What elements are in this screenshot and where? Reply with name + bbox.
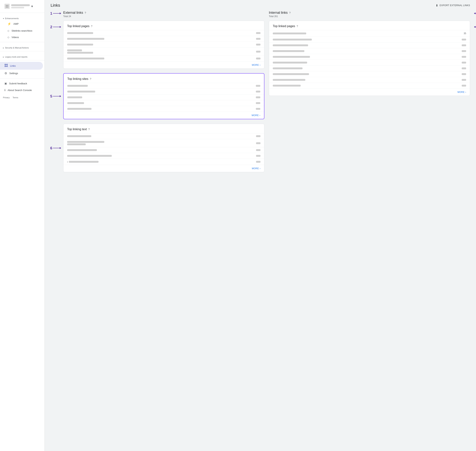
blurred-count	[256, 51, 260, 53]
table-row	[269, 54, 470, 60]
terms-link[interactable]: Terms	[13, 96, 18, 99]
ext-top-linked-wrapper: 2 Top linked pages ?	[63, 21, 264, 69]
sidebar-item-links[interactable]: Links	[0, 62, 43, 70]
table-row	[64, 83, 264, 89]
security-label: Security & Manual Actions	[5, 47, 29, 49]
blurred-url	[273, 79, 305, 81]
top-linking-text-more[interactable]: MORE ›	[63, 165, 264, 172]
blurred-count	[256, 44, 260, 45]
top-linking-sites-wrapper: 5 Top linking sites ?	[63, 73, 264, 119]
site-selector-chevron: ▾	[31, 4, 33, 8]
sidebar-item-sitelinks[interactable]: ◇ Sitelinks searchbox	[0, 27, 43, 34]
table-row: 35	[269, 30, 470, 37]
links-label: Links	[10, 64, 16, 67]
annotation-6: 6	[50, 146, 61, 150]
enhancements-chevron: ▾	[3, 18, 4, 19]
top-linking-text-help[interactable]: ?	[88, 128, 90, 131]
blurred-count	[256, 155, 260, 157]
internal-header-area: 3 Internal links ? Total 261	[269, 11, 470, 19]
blurred-count	[256, 58, 260, 59]
int-top-linked-more-label: MORE	[458, 91, 465, 94]
security-section[interactable]: ▸ Security & Manual Actions	[0, 44, 45, 50]
top-linking-text-more-label: MORE	[252, 167, 259, 170]
site-selector-icon	[5, 4, 10, 9]
section-headers-row: 1 External links ? Total 24	[63, 11, 470, 19]
more-chevron-icon-3: ›	[260, 167, 261, 170]
sidebar-item-videos[interactable]: ◇ Videos	[0, 34, 43, 40]
blurred-text	[67, 135, 91, 137]
int-top-linked-more[interactable]: MORE ›	[269, 88, 470, 96]
blurred-text	[67, 149, 97, 151]
settings-label: Settings	[9, 72, 18, 75]
svg-rect-0	[6, 5, 7, 6]
table-row	[269, 65, 470, 71]
page-title: Links	[51, 3, 60, 8]
blurred-url-1	[67, 141, 104, 143]
sidebar-item-settings[interactable]: ⚙ Settings	[0, 70, 43, 77]
videos-icon: ◇	[7, 36, 9, 39]
links-icon	[5, 64, 8, 68]
table-row	[63, 36, 264, 42]
security-chevron: ▸	[3, 47, 4, 49]
content-relative-wrapper: 1 External links ? Total 24	[63, 11, 470, 172]
site-sub-blurred	[11, 7, 24, 8]
blurred-count	[462, 56, 466, 58]
sitelinks-icon: ◇	[7, 29, 9, 32]
table-row	[269, 77, 470, 83]
blurred-url	[273, 39, 312, 40]
full-content: 1 External links ? Total 24	[45, 11, 476, 178]
ext-top-linked-more[interactable]: MORE ›	[63, 61, 264, 69]
top-linking-text-title: Top linking text	[67, 128, 87, 131]
table-row	[63, 56, 264, 61]
blurred-count	[462, 62, 466, 63]
blurred-url	[273, 85, 301, 87]
sidebar-item-amp[interactable]: ⚡ AMP	[0, 20, 43, 27]
blurred-count	[256, 108, 260, 110]
external-title: External links ?	[63, 11, 264, 15]
int-top-linked-help[interactable]: ?	[296, 25, 298, 28]
blurred-text	[69, 161, 99, 163]
main-header: Links ⬇ EXPORT EXTERNAL LINKS	[45, 0, 476, 11]
external-title-text: External links	[63, 11, 83, 15]
site-info	[11, 4, 30, 8]
blurred-url	[67, 85, 88, 87]
internal-help-icon[interactable]: ?	[289, 11, 291, 14]
sidebar-item-feedback[interactable]: ▣ Submit feedback	[0, 80, 43, 87]
right-column: 4 Top linked pages ?	[269, 21, 470, 172]
blurred-url	[67, 38, 104, 40]
main-content-area: Links ⬇ EXPORT EXTERNAL LINKS 1	[45, 0, 476, 451]
svg-point-4	[5, 64, 6, 65]
top-linking-sites-more[interactable]: MORE ›	[64, 112, 264, 119]
export-button[interactable]: ⬇ EXPORT EXTERNAL LINKS	[436, 4, 470, 7]
sidebar-item-about[interactable]: ℹ About Search Console	[0, 87, 43, 94]
table-row	[269, 37, 470, 42]
sidebar-top: ▾	[0, 0, 45, 13]
table-row: ε	[63, 159, 264, 165]
blurred-count	[462, 44, 466, 46]
enhancements-section[interactable]: ▾ Enhancements	[0, 14, 45, 20]
blurred-count	[462, 79, 466, 81]
external-section-header: External links ? Total 24	[63, 11, 264, 18]
top-linking-sites-help[interactable]: ?	[90, 77, 91, 81]
table-row	[269, 60, 470, 65]
blurred-count	[256, 149, 260, 151]
blurred-url	[273, 56, 310, 58]
ext-top-linked-help[interactable]: ?	[91, 25, 92, 28]
external-help-icon[interactable]: ?	[85, 11, 86, 14]
top-linking-sites-header: Top linking sites ?	[64, 74, 264, 83]
sidebar: ▾ ▾ Enhancements ⚡ AMP ◇ Sitelinks searc…	[0, 0, 45, 451]
blurred-url	[67, 108, 91, 110]
feedback-label: Submit feedback	[9, 82, 27, 85]
blurred-count	[256, 102, 260, 104]
blurred-count	[462, 39, 466, 40]
sidebar-nav: ▾ Enhancements ⚡ AMP ◇ Sitelinks searchb…	[0, 13, 45, 95]
site-url-blurred	[11, 4, 30, 6]
top-linking-text-header: Top linking text ?	[63, 124, 264, 133]
ext-top-linked-header: Top linked pages ?	[63, 21, 264, 30]
table-row	[63, 133, 264, 139]
site-selector[interactable]: ▾	[3, 2, 41, 10]
ann-num-2: 2	[50, 25, 52, 29]
blurred-url	[273, 50, 304, 52]
legacy-section[interactable]: ▸ Legacy tools and reports	[0, 53, 45, 59]
privacy-link[interactable]: Privacy	[3, 96, 10, 99]
